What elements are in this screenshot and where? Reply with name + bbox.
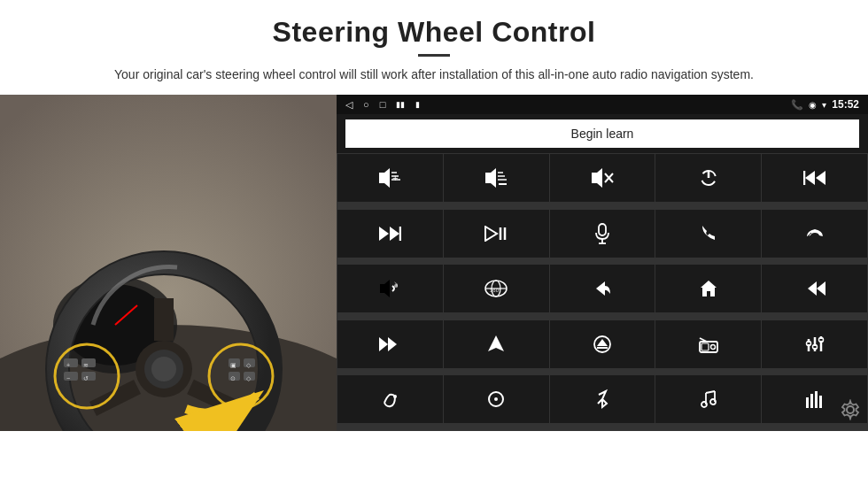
mute-button[interactable] [550, 154, 655, 202]
status-bar: ◁ ○ □ ▮▮ ▮ 📞 ◉ ▾ 15:52 [337, 95, 868, 114]
controls-grid: + [337, 153, 868, 431]
svg-rect-101 [819, 396, 822, 408]
eject-button[interactable] [550, 320, 655, 368]
360-button[interactable]: 360° [444, 265, 549, 312]
svg-text:−: − [66, 375, 70, 381]
svg-point-79 [710, 344, 715, 349]
vol-down-button[interactable] [444, 154, 549, 202]
svg-point-90 [393, 395, 397, 398]
time-display: 15:52 [832, 98, 859, 111]
header-description: Your original car's steering wheel contr… [97, 65, 771, 84]
status-bar-left: ◁ ○ □ ▮▮ ▮ [345, 99, 420, 111]
svg-text:+: + [392, 173, 398, 183]
vol-up-button[interactable]: + [337, 154, 443, 202]
location-status-icon: ◉ [809, 100, 817, 110]
title-divider [418, 54, 450, 57]
steering-wheel-image: + ≋ − ↺ ▣ ◇ ⊙ ◇ [0, 95, 337, 431]
svg-rect-57 [599, 224, 606, 235]
svg-marker-33 [379, 168, 390, 188]
equalizer-button[interactable] [762, 320, 867, 368]
svg-point-92 [494, 397, 498, 401]
page-title: Steering Wheel Control [53, 16, 815, 49]
svg-point-10 [151, 357, 176, 381]
back-arrow-icon[interactable]: ◁ [345, 99, 353, 111]
wifi-status-icon: ▾ [822, 100, 826, 110]
prev-track-button[interactable] [762, 154, 867, 202]
status-bar-right: 📞 ◉ ▾ 15:52 [791, 98, 859, 111]
navigate-button[interactable] [444, 320, 549, 368]
svg-rect-98 [806, 397, 809, 408]
svg-text:▣: ▣ [230, 362, 236, 368]
mic-button[interactable] [550, 210, 655, 258]
svg-marker-73 [488, 335, 504, 351]
svg-rect-100 [815, 391, 818, 408]
svg-text:⊙: ⊙ [230, 375, 236, 381]
next-track-button[interactable] [337, 210, 443, 258]
header: Steering Wheel Control Your original car… [0, 0, 868, 91]
svg-marker-69 [817, 281, 825, 296]
svg-marker-75 [597, 339, 608, 346]
svg-marker-48 [816, 171, 825, 185]
end-call-button[interactable] [762, 210, 867, 258]
svg-marker-61 [380, 280, 390, 297]
radio-button[interactable] [655, 320, 761, 368]
svg-marker-49 [805, 171, 815, 185]
svg-text:360°: 360° [490, 288, 501, 293]
play-pause-button[interactable] [444, 210, 549, 258]
svg-marker-70 [808, 281, 817, 296]
svg-point-86 [812, 344, 817, 349]
svg-rect-78 [701, 343, 709, 350]
svg-text:↺: ↺ [83, 375, 89, 381]
svg-marker-51 [379, 227, 389, 241]
content-area: + ≋ − ↺ ▣ ◇ ⊙ ◇ [0, 95, 868, 431]
svg-line-93 [706, 391, 715, 393]
svg-marker-72 [388, 337, 397, 351]
begin-learn-button[interactable]: Begin learn [345, 119, 859, 148]
speaker-button[interactable] [337, 265, 443, 312]
circle-button[interactable] [444, 375, 549, 423]
svg-marker-43 [592, 168, 602, 188]
phone-call-button[interactable] [655, 210, 761, 258]
music-button[interactable] [655, 375, 761, 423]
svg-rect-99 [810, 394, 813, 408]
svg-text:+: + [66, 362, 70, 368]
battery-small-icon: ▮ [415, 100, 420, 109]
signal-bars-icon: ▮▮ [396, 100, 405, 109]
power-button[interactable] [655, 154, 761, 202]
home-circle-icon[interactable]: ○ [363, 99, 369, 110]
svg-marker-38 [485, 168, 496, 188]
svg-marker-71 [379, 337, 388, 351]
rewind-button[interactable] [762, 265, 867, 312]
home-button[interactable] [655, 265, 761, 312]
mic2-button[interactable] [337, 375, 443, 423]
settings-gear-icon[interactable] [840, 399, 861, 426]
svg-marker-54 [485, 227, 497, 241]
back-button[interactable] [550, 265, 655, 312]
android-panel: ◁ ○ □ ▮▮ ▮ 📞 ◉ ▾ 15:52 Begin learn [337, 95, 868, 431]
svg-marker-68 [701, 281, 717, 296]
svg-point-89 [818, 337, 823, 342]
svg-point-83 [806, 341, 810, 345]
bluetooth-button[interactable] [550, 375, 655, 423]
fast-forward-button[interactable] [337, 320, 443, 368]
phone-status-icon: 📞 [791, 99, 803, 111]
recents-icon[interactable]: □ [380, 99, 386, 110]
svg-point-63 [394, 284, 398, 288]
svg-marker-52 [390, 227, 399, 241]
begin-learn-row: Begin learn [337, 114, 868, 153]
svg-text:≋: ≋ [83, 362, 89, 368]
